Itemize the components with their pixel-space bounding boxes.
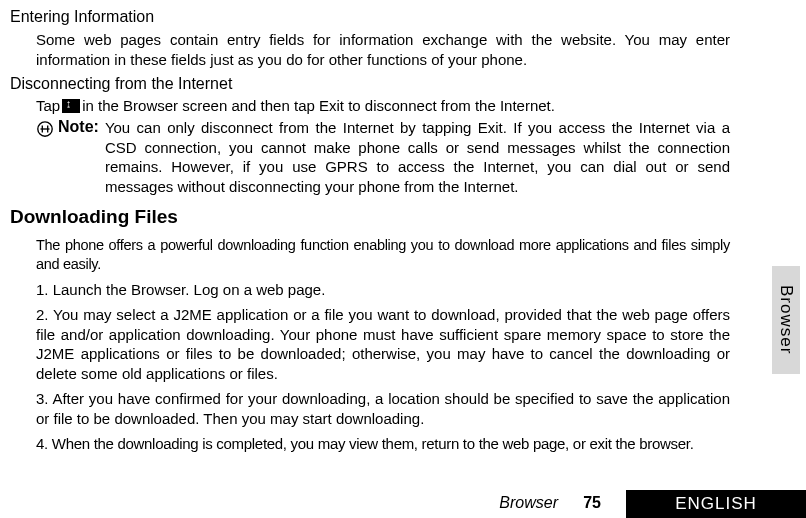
note-label: Note: [58, 118, 99, 196]
entering-info-body: Some web pages contain entry fields for … [36, 30, 730, 69]
downloading-intro: The phone offers a powerful downloading … [36, 236, 730, 274]
disconnecting-title: Disconnecting from the Internet [10, 75, 730, 93]
footer-section: Browser [499, 494, 558, 512]
footer-page-number: 75 [583, 494, 601, 512]
tap-prefix: Tap [36, 97, 60, 114]
note-block: Note: You can only disconnect from the I… [36, 118, 730, 196]
exit-icon [62, 99, 80, 113]
side-tab-label: Browser [776, 285, 796, 354]
disconnecting-tap-line: Tap in the Browser screen and then tap E… [36, 97, 730, 114]
step-2: 2. You may select a J2ME application or … [36, 305, 730, 383]
entering-info-title: Entering Information [10, 8, 730, 26]
footer-language: ENGLISH [626, 490, 806, 518]
step-3: 3. After you have confirmed for your dow… [36, 389, 730, 428]
step-1: 1. Launch the Browser. Log on a web page… [36, 280, 730, 300]
side-tab: Browser [772, 266, 800, 374]
note-text: You can only disconnect from the Interne… [105, 118, 730, 196]
page-content: Entering Information Some web pages cont… [10, 8, 730, 454]
tap-suffix: in the Browser screen and then tap Exit … [82, 97, 555, 114]
footer: Browser 75 ENGLISH [0, 488, 806, 518]
downloading-title: Downloading Files [10, 206, 730, 228]
note-icon [36, 120, 54, 138]
step-4: 4. When the downloading is completed, yo… [36, 434, 730, 454]
